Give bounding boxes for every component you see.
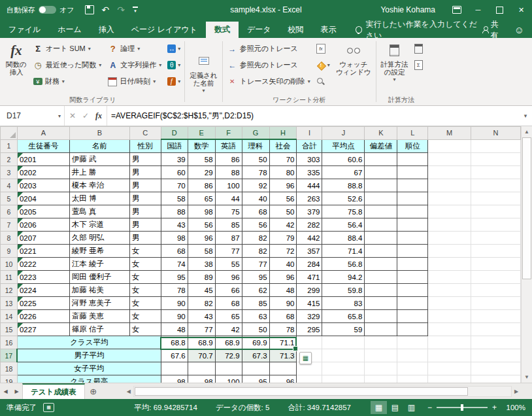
cell[interactable]: 斎藤 美恵	[69, 310, 129, 323]
cell[interactable]: 女	[129, 284, 161, 297]
cell[interactable]: 92	[242, 179, 269, 192]
row-header[interactable]: 10	[1, 258, 18, 271]
cell[interactable]: 60.6	[322, 153, 365, 166]
cell[interactable]: 72	[269, 245, 297, 258]
cell[interactable]: 85	[242, 297, 269, 310]
cell[interactable]	[365, 323, 397, 336]
cell[interactable]	[397, 179, 428, 192]
cell[interactable]	[365, 166, 397, 179]
cell[interactable]: 94.2	[322, 271, 365, 284]
cell[interactable]: 295	[297, 323, 322, 336]
cell[interactable]	[365, 297, 397, 310]
cell[interactable]: 名前	[69, 139, 129, 153]
cell[interactable]: 平均点	[322, 139, 365, 153]
autosave-switch-icon[interactable]	[39, 6, 56, 14]
cell[interactable]: 0203	[17, 179, 69, 192]
calculate-sheet-button[interactable]	[412, 57, 425, 73]
cell[interactable]	[428, 139, 471, 153]
cell[interactable]	[471, 297, 521, 310]
zoom-knob[interactable]	[461, 404, 463, 411]
cell[interactable]	[365, 205, 397, 218]
defined-names-button[interactable]: 定義され た名前 ▾	[186, 50, 221, 95]
row-header[interactable]: 1	[1, 139, 18, 153]
cell[interactable]: 合計	[297, 139, 322, 153]
ribbon-tab[interactable]: 校閲	[280, 22, 312, 38]
zoom-slider[interactable]: − +	[427, 403, 497, 412]
name-box[interactable]: D17 ▾	[0, 106, 65, 126]
cell[interactable]: 68	[269, 310, 297, 323]
cell[interactable]	[397, 336, 428, 349]
cell[interactable]: 岡田 優利子	[69, 271, 129, 284]
cell[interactable]: 50	[269, 205, 297, 218]
cell[interactable]: 生徒番号	[17, 139, 69, 153]
cell[interactable]: 59.8	[322, 284, 365, 297]
page-break-preview-icon[interactable]: ▥	[403, 401, 420, 414]
cell[interactable]	[397, 375, 428, 383]
cell[interactable]: 77	[215, 245, 242, 258]
cell[interactable]	[322, 336, 365, 349]
cell[interactable]: 98	[188, 375, 215, 383]
cell[interactable]: 29	[188, 166, 215, 179]
cell[interactable]: 100	[215, 179, 242, 192]
quick-analysis-button[interactable]: ▦	[299, 352, 312, 364]
cell[interactable]: 88.4	[322, 232, 365, 245]
cell[interactable]	[471, 232, 521, 245]
cell[interactable]: 88.8	[322, 179, 365, 192]
cell[interactable]	[397, 258, 428, 271]
column-header-H[interactable]: H	[269, 127, 297, 140]
cell[interactable]	[471, 192, 521, 205]
cell[interactable]	[428, 245, 471, 258]
scroll-right-icon[interactable]: ▶	[512, 389, 521, 394]
scroll-left-icon[interactable]: ◀	[124, 389, 133, 394]
cell[interactable]	[471, 271, 521, 284]
cell[interactable]: 77	[188, 323, 215, 336]
vertical-scrollbar[interactable]: ▲ ▼	[521, 126, 532, 383]
show-formulas-button[interactable]	[314, 41, 333, 57]
row-header[interactable]: 12	[1, 284, 18, 297]
cell[interactable]: 70	[269, 153, 297, 166]
autosave-toggle[interactable]: 自動保存 オフ	[7, 5, 75, 15]
cell[interactable]: 82	[188, 297, 215, 310]
cell[interactable]: 58	[161, 192, 188, 205]
formula-input[interactable]: =AVERAGEIF($C$2:$H$15,"男",D2:D15)	[107, 106, 519, 126]
cell[interactable]: 71.4	[322, 245, 365, 258]
cell[interactable]: 0204	[17, 192, 69, 205]
cell[interactable]: 70.7	[188, 349, 215, 362]
cell[interactable]: 95	[161, 271, 188, 284]
cell[interactable]	[428, 297, 471, 310]
redo-icon[interactable]: ↷	[117, 5, 125, 14]
cell[interactable]: 男	[129, 192, 161, 205]
cell[interactable]	[428, 323, 471, 336]
cell[interactable]: 0226	[17, 310, 69, 323]
column-header-J[interactable]: J	[322, 127, 365, 140]
column-header-B[interactable]: B	[69, 127, 129, 140]
cell[interactable]	[471, 153, 521, 166]
cell[interactable]: 75.8	[322, 205, 365, 218]
cell[interactable]: 66	[215, 284, 242, 297]
cell[interactable]: 56	[269, 192, 297, 205]
cell[interactable]	[428, 179, 471, 192]
cell[interactable]: 女	[129, 245, 161, 258]
cell[interactable]: 379	[297, 205, 322, 218]
cell[interactable]: 江本 綾子	[69, 258, 129, 271]
ribbon-display-options-button[interactable]	[446, 0, 467, 20]
cell[interactable]: 45	[188, 284, 215, 297]
cell[interactable]: 0207	[17, 232, 69, 245]
cell[interactable]: 90	[161, 310, 188, 323]
cell[interactable]: 38	[188, 258, 215, 271]
cell[interactable]	[297, 336, 322, 349]
cell[interactable]	[471, 310, 521, 323]
row-header[interactable]: 4	[1, 179, 18, 192]
insert-function-fx-icon[interactable]: fx	[92, 111, 105, 121]
cell[interactable]: 70	[161, 179, 188, 192]
cell[interactable]	[365, 232, 397, 245]
cell[interactable]: 男子平均	[17, 349, 161, 362]
cell[interactable]	[322, 375, 365, 383]
horizontal-scrollbar-thumb[interactable]	[135, 387, 468, 396]
ribbon-tab[interactable]: ファイル	[0, 22, 49, 38]
cell[interactable]: 88	[161, 205, 188, 218]
cell[interactable]	[471, 284, 521, 297]
cell[interactable]: 95	[242, 375, 269, 383]
cell[interactable]: 263	[297, 192, 322, 205]
recent-functions-button[interactable]: 最近使った関数▾	[30, 57, 105, 73]
